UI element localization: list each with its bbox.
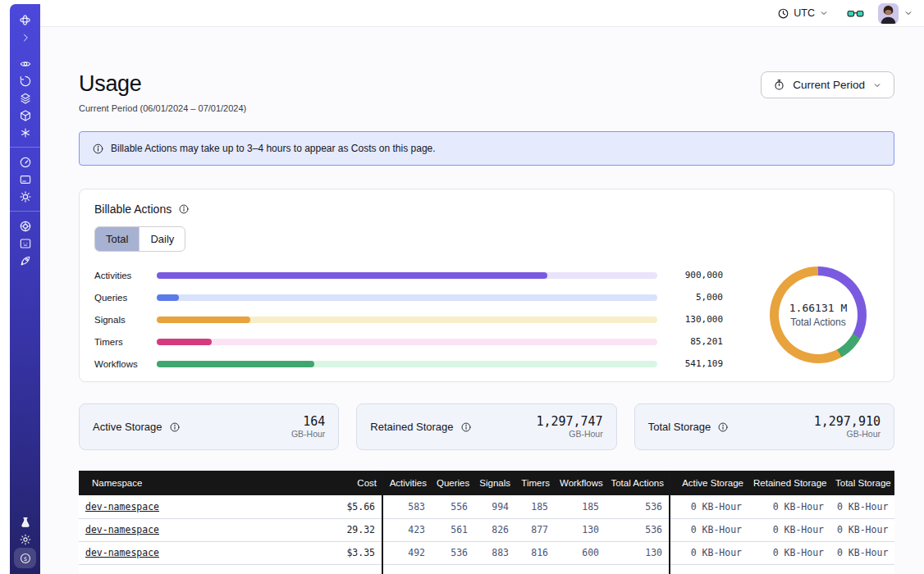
cell-queries: 561 (432, 518, 474, 541)
bar-fill (157, 339, 212, 345)
layers-icon[interactable] (14, 89, 36, 107)
info-icon[interactable] (178, 203, 190, 215)
bar-value: 900,000 (657, 270, 723, 280)
eye-icon[interactable] (14, 55, 36, 72)
terminal-icon[interactable] (14, 235, 36, 252)
tab-daily[interactable]: Daily (139, 227, 185, 251)
cell-workflows (555, 564, 606, 574)
flask-icon[interactable] (14, 513, 36, 531)
cell-timers (515, 564, 555, 574)
cell-total_actions: 130 (606, 541, 670, 564)
namespace-link[interactable]: dev-namespace (85, 501, 159, 512)
billable-actions-card: Billable Actions Total Daily Activities9… (79, 189, 894, 382)
cell-total_storage: 0 KB-Hour (830, 518, 894, 541)
column-header-timers: Timers (515, 471, 555, 495)
asterisk-icon[interactable] (14, 124, 36, 141)
stopwatch-icon (773, 79, 785, 91)
info-icon[interactable] (169, 421, 181, 433)
tab-total[interactable]: Total (95, 227, 139, 251)
bar-track (157, 272, 657, 279)
page-subtitle: Current Period (06/01/2024 – 07/01/2024) (79, 103, 246, 113)
cell-total_actions (606, 564, 670, 574)
gear-icon[interactable] (14, 188, 36, 205)
cell-namespace: dev-namespace (79, 541, 315, 564)
cell-activities (382, 564, 432, 574)
table-row: dev-namespace$5.665835569941851855360 KB… (79, 495, 894, 518)
cell-signals: 826 (474, 518, 515, 541)
column-header-total_actions: Total Actions (606, 471, 670, 495)
topbar: UTC (40, 0, 924, 27)
cell-retained_storage (748, 564, 830, 574)
cell-queries: 536 (432, 541, 474, 564)
info-icon[interactable] (717, 421, 729, 433)
temporal-logo[interactable] (14, 11, 36, 29)
cell-retained_storage: 0 KB-Hour (748, 541, 830, 564)
bar-row-signals: Signals130,000 (94, 308, 723, 330)
table-row-partial (79, 564, 894, 574)
column-header-activities: Activities (382, 471, 432, 495)
total-storage-card: Total Storage 1,297,910 GB-Hour (634, 403, 894, 450)
history-icon[interactable] (14, 72, 36, 89)
gauge-icon[interactable] (14, 153, 36, 171)
cube-icon[interactable] (14, 107, 36, 124)
table-row: dev-namespace$3.354925368838166001300 KB… (79, 541, 894, 564)
info-icon[interactable] (460, 421, 472, 433)
dollar-coin-icon[interactable]: $ (14, 548, 36, 568)
sun-icon[interactable] (14, 531, 36, 548)
period-selector-button[interactable]: Current Period (761, 71, 894, 98)
rocket-icon[interactable] (14, 252, 36, 269)
cell-signals (474, 564, 515, 574)
main-content: Usage Current Period (06/01/2024 – 07/01… (40, 27, 924, 574)
bar-row-activities: Activities900,000 (94, 264, 723, 286)
bar-fill (157, 294, 179, 301)
cell-workflows: 130 (555, 518, 606, 541)
namespace-link[interactable]: dev-namespace (85, 524, 159, 535)
lifebuoy-icon[interactable] (14, 217, 36, 235)
clock-icon (777, 7, 789, 20)
collapse-chevron-icon[interactable] (14, 29, 36, 46)
cell-activities: 423 (382, 518, 432, 541)
banner-text: Billable Actions may take up to 3–4 hour… (111, 143, 436, 154)
svg-text:$: $ (23, 555, 26, 562)
cell-signals: 883 (474, 541, 515, 564)
bar-label: Queries (94, 293, 157, 303)
bar-value: 5,000 (657, 292, 723, 303)
bar-row-queries: Queries5,000 (94, 286, 723, 308)
namespace-usage-table: NamespaceCostActivitiesQueriesSignalsTim… (79, 471, 894, 574)
cell-total_actions: 536 (606, 495, 670, 518)
bar-track (157, 339, 657, 345)
sidebar: $ (10, 4, 40, 574)
glasses-icon[interactable] (847, 7, 864, 20)
column-header-active_storage: Active Storage (670, 471, 748, 495)
cell-activities: 492 (382, 541, 432, 564)
cell-total_storage (830, 564, 894, 574)
column-header-cost: Cost (315, 471, 382, 495)
cell-retained_storage: 0 KB-Hour (748, 495, 830, 518)
cell-active_storage: 0 KB-Hour (670, 518, 748, 541)
cell-namespace: dev-namespace (79, 518, 315, 541)
column-header-total_storage: Total Storage (830, 471, 894, 495)
cell-namespace (79, 564, 315, 574)
cell-workflows: 185 (555, 495, 606, 518)
bar-label: Workflows (94, 359, 157, 369)
cell-cost: $5.66 (315, 495, 382, 518)
cell-activities: 583 (382, 495, 432, 518)
namespace-link[interactable]: dev-namespace (85, 547, 159, 558)
bar-value: 130,000 (657, 314, 723, 325)
cell-retained_storage: 0 KB-Hour (748, 518, 830, 541)
timezone-label: UTC (794, 7, 815, 19)
table-header-row: NamespaceCostActivitiesQueriesSignalsTim… (79, 471, 894, 495)
info-banner: Billable Actions may take up to 3–4 hour… (79, 131, 894, 166)
bar-track (157, 317, 657, 323)
card-icon[interactable] (14, 171, 36, 188)
bar-track (157, 361, 657, 367)
bar-chart: Activities900,000Queries5,000Signals130,… (94, 264, 723, 375)
cell-cost: 29.32 (315, 518, 382, 541)
bar-row-workflows: Workflows541,109 (94, 353, 723, 375)
avatar[interactable] (878, 3, 899, 24)
cell-active_storage (670, 564, 748, 574)
account-menu-chevron[interactable] (903, 8, 913, 18)
timezone-dropdown[interactable]: UTC (777, 7, 829, 20)
bar-row-timers: Timers85,201 (94, 330, 723, 353)
chart-mode-tabs: Total Daily (94, 226, 185, 252)
